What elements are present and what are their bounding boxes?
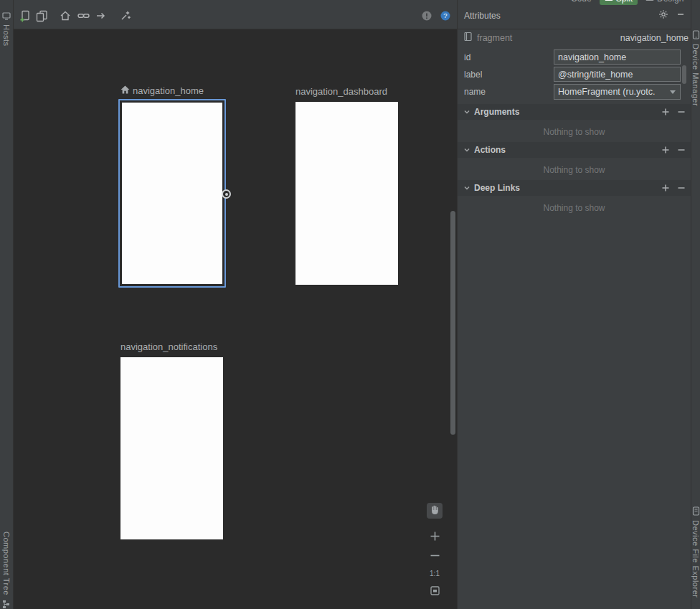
help-button[interactable]: ?	[439, 9, 452, 22]
zoom-scale-label: 1:1	[424, 570, 445, 577]
fragment-label-text: navigation_dashboard	[295, 86, 387, 97]
id-field-label: id	[464, 52, 470, 62]
chevron-down-icon	[463, 143, 470, 156]
zoom-out-button[interactable]	[430, 550, 440, 561]
deep-link-button[interactable]	[77, 9, 90, 22]
fragment-label-notifications[interactable]: navigation_notifications	[120, 341, 217, 352]
fragment-icon	[464, 32, 472, 44]
device-file-explorer-tool-button[interactable]: Device File Explorer	[691, 506, 700, 598]
pan-tool-button[interactable]	[427, 503, 443, 519]
fragment-preview-home[interactable]	[118, 99, 226, 288]
fragment-label-dashboard[interactable]: navigation_dashboard	[295, 86, 387, 97]
section-actions-title: Actions	[474, 145, 506, 155]
fragment-preview-surface	[122, 103, 222, 284]
actions-empty-text: Nothing to show	[458, 165, 691, 175]
device-manager-label: Device Manager	[691, 44, 700, 106]
name-dropdown[interactable]: HomeFragment (ru.yotc.	[554, 84, 681, 100]
section-deep-links-title: Deep Links	[474, 183, 520, 193]
auto-arrange-button[interactable]	[119, 9, 132, 22]
issues-icon[interactable]	[420, 9, 433, 22]
add-deep-link-button[interactable]	[661, 184, 670, 192]
component-tree-tool-button[interactable]: Component Tree	[0, 532, 13, 608]
fragment-label-text: navigation_home	[133, 85, 204, 96]
tab-design[interactable]: Design	[645, 0, 684, 4]
deep-links-empty-text: Nothing to show	[458, 203, 691, 213]
new-destination-button[interactable]	[19, 9, 32, 22]
hosts-icon	[2, 11, 11, 20]
tab-split-label: Split	[616, 0, 633, 4]
svg-text:?: ?	[443, 11, 447, 19]
panel-scrollbar[interactable]	[682, 65, 686, 84]
hide-panel-icon[interactable]	[676, 9, 686, 19]
hand-icon	[430, 504, 440, 518]
attributes-title: Attributes	[464, 11, 501, 21]
zoom-to-fit-button[interactable]	[430, 586, 440, 595]
tab-code-label: Code	[571, 0, 592, 4]
device-file-explorer-icon	[692, 506, 700, 516]
tab-split[interactable]: Split	[600, 0, 638, 5]
fragment-preview-notifications[interactable]	[120, 357, 223, 539]
device-file-explorer-label: Device File Explorer	[691, 520, 700, 598]
gear-icon[interactable]	[658, 9, 668, 19]
id-input[interactable]	[554, 49, 681, 65]
tab-code[interactable]: Code	[559, 0, 592, 4]
remove-action-button[interactable]	[677, 146, 686, 154]
nested-graph-button[interactable]	[35, 9, 48, 22]
section-deep-links[interactable]: Deep Links	[458, 180, 691, 196]
arguments-empty-text: Nothing to show	[458, 127, 691, 137]
name-dropdown-value: HomeFragment (ru.yotc.	[558, 87, 668, 97]
design-canvas[interactable]: navigation_home navigation_dashboard nav…	[14, 29, 457, 609]
fragment-label-home[interactable]: navigation_home	[120, 85, 204, 96]
chevron-down-icon	[463, 105, 470, 118]
component-type-row: fragment navigation_home	[464, 32, 689, 44]
action-handle[interactable]	[222, 189, 231, 199]
component-id-value: navigation_home	[620, 33, 689, 43]
remove-deep-link-button[interactable]	[677, 184, 686, 192]
chevron-down-icon	[463, 181, 470, 194]
section-actions[interactable]: Actions	[458, 142, 691, 158]
add-argument-button[interactable]	[661, 108, 670, 116]
hosts-label: Hosts	[2, 24, 11, 47]
name-field-label: name	[464, 87, 486, 97]
split-icon	[605, 0, 613, 4]
design-icon	[645, 0, 654, 4]
start-destination-home-icon	[120, 85, 130, 96]
hosts-tool-button[interactable]: Hosts	[0, 11, 13, 47]
remove-argument-button[interactable]	[677, 108, 686, 116]
component-tree-label: Component Tree	[2, 532, 11, 595]
device-manager-tool-button[interactable]: Device Manager	[691, 30, 700, 106]
label-input[interactable]	[554, 67, 681, 82]
left-tool-rail: Hosts Component Tree	[0, 0, 14, 609]
fragment-preview-dashboard[interactable]	[295, 102, 398, 285]
tab-design-label: Design	[657, 0, 684, 4]
zoom-in-button[interactable]	[430, 531, 440, 542]
fragment-label-text: navigation_notifications	[120, 341, 217, 352]
home-button[interactable]	[59, 9, 72, 22]
section-arguments[interactable]: Arguments	[458, 104, 691, 120]
component-tree-icon	[2, 600, 11, 608]
right-tool-rail: Device Manager Device File Explorer	[691, 0, 700, 609]
add-action-button[interactable]	[661, 146, 670, 154]
name-field-row: name HomeFragment (ru.yotc.	[458, 84, 691, 100]
canvas-scrollbar[interactable]	[450, 211, 455, 435]
label-field-label: label	[464, 70, 482, 80]
editor-mode-tabs: Code Split Design	[559, 0, 691, 6]
label-field-row: label	[458, 67, 691, 82]
component-type-label: fragment	[477, 33, 512, 43]
action-arrow-button[interactable]	[95, 9, 108, 22]
designer-toolbar: ?	[14, 0, 457, 29]
section-arguments-title: Arguments	[474, 107, 519, 117]
attributes-panel: Attributes fragment navigation_home id l…	[457, 0, 691, 609]
code-icon	[559, 0, 568, 4]
device-manager-icon	[692, 30, 700, 39]
id-field-row: id	[458, 49, 691, 65]
chevron-down-icon	[670, 90, 676, 94]
